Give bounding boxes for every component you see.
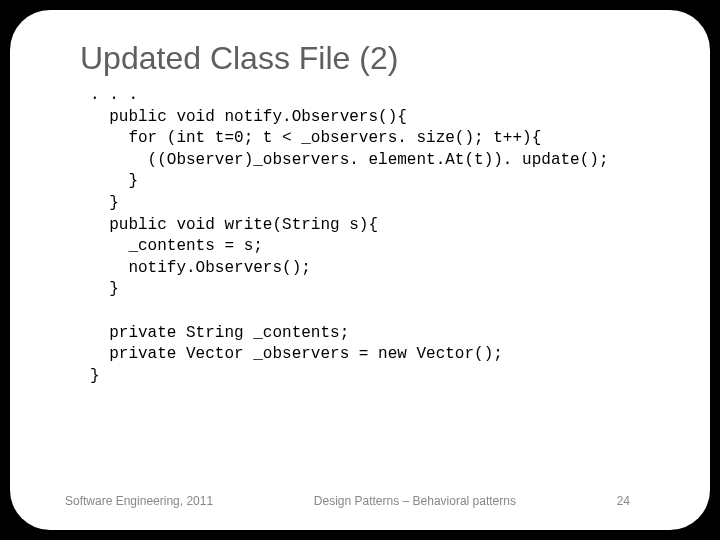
code-block: . . . public void notify.Observers(){ fo…	[90, 85, 660, 387]
slide-title: Updated Class File (2)	[80, 40, 660, 77]
footer-page-number: 24	[617, 494, 660, 508]
slide-container: Updated Class File (2) . . . public void…	[10, 10, 710, 530]
footer-left: Software Engineering, 2011	[60, 494, 213, 508]
footer-center: Design Patterns – Behavioral patterns	[213, 494, 617, 508]
footer: Software Engineering, 2011 Design Patter…	[10, 494, 710, 508]
